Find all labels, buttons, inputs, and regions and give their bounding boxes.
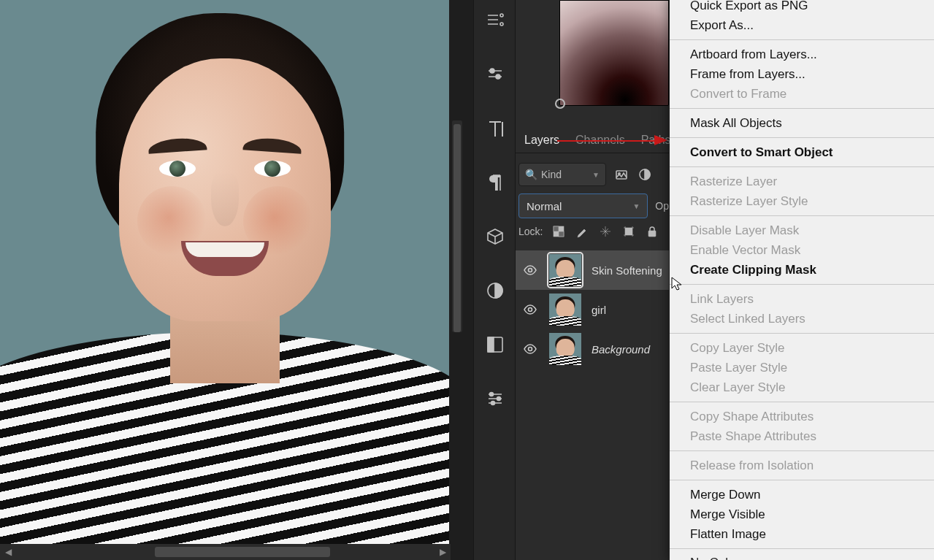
svg-point-19	[529, 308, 532, 312]
menu-frame-from-layers[interactable]: Frame from Layers...	[670, 64, 934, 84]
svg-point-0	[500, 14, 503, 17]
menu-paste-layer-style: Paste Layer Style	[670, 358, 934, 377]
menu-separator	[670, 137, 934, 138]
scroll-thumb[interactable]	[155, 547, 330, 557]
svg-point-3	[496, 74, 500, 79]
menu-export-as[interactable]: Export As...	[670, 15, 934, 35]
vertical-scrollbar[interactable]	[452, 120, 462, 332]
lock-all-icon[interactable]	[645, 224, 659, 239]
menu-merge-visible[interactable]: Merge Visible	[670, 505, 934, 524]
scroll-right-arrow-icon[interactable]: ▶	[435, 544, 451, 560]
chevron-down-icon: ▼	[592, 171, 600, 179]
scroll-left-arrow-icon[interactable]: ◀	[0, 544, 16, 560]
menu-mask-all-objects[interactable]: Mask All Objects	[670, 113, 934, 133]
menu-disable-layer-mask: Disable Layer Mask	[670, 220, 934, 240]
menu-flatten-image[interactable]: Flatten Image	[670, 524, 934, 544]
menu-no-color[interactable]: No Color ▼	[670, 553, 934, 560]
lock-transparency-icon[interactable]	[551, 224, 566, 239]
menu-artboard-from-layers[interactable]: Artboard from Layers...	[670, 45, 934, 64]
svg-rect-15	[559, 231, 564, 237]
layer-name[interactable]: Skin Softening	[592, 264, 662, 277]
menu-convert-to-smart-object[interactable]: Convert to Smart Object	[670, 142, 934, 162]
svg-point-18	[529, 269, 532, 272]
menu-separator	[670, 548, 934, 549]
layer-name[interactable]: Background	[592, 343, 650, 356]
svg-point-7	[490, 393, 494, 396]
menu-separator	[670, 284, 934, 285]
layer-thumbnail[interactable]	[549, 294, 581, 326]
blend-mode-row: Normal ▼ Op	[518, 193, 669, 218]
menu-rasterize-layer: Rasterize Layer	[670, 172, 934, 191]
paragraph-icon[interactable]	[474, 162, 516, 203]
text-tool-icon[interactable]	[474, 108, 516, 149]
visibility-eye-icon[interactable]	[521, 340, 539, 358]
menu-merge-down[interactable]: Merge Down	[670, 485, 934, 505]
menu-copy-layer-style: Copy Layer Style	[670, 338, 934, 358]
blend-mode-value: Normal	[527, 200, 562, 212]
layer-thumbnail[interactable]	[549, 333, 581, 365]
lock-row: Lock:	[518, 224, 669, 239]
menu-enable-vector-mask: Enable Vector Mask	[670, 240, 934, 260]
brush-presets-icon[interactable]	[474, 0, 516, 41]
svg-rect-16	[625, 228, 632, 235]
svg-point-9	[491, 402, 495, 405]
filter-adjustment-icon[interactable]	[637, 166, 653, 183]
layer-name[interactable]: girl	[592, 304, 606, 316]
menu-convert-to-frame: Convert to Frame	[670, 84, 934, 104]
svg-point-8	[497, 397, 501, 401]
svg-point-2	[490, 69, 494, 73]
svg-rect-17	[648, 231, 656, 237]
document-canvas[interactable]	[0, 0, 449, 544]
brush-settings-icon[interactable]	[474, 54, 516, 95]
menu-release-from-isolation: Release from Isolation	[670, 456, 934, 475]
horizontal-scrollbar[interactable]: ◀ ▶	[0, 544, 451, 560]
color-sample-ring-icon	[555, 99, 565, 109]
layer-row-skin-softening[interactable]: Skin Softening	[516, 250, 669, 290]
menu-separator	[670, 333, 934, 334]
svg-point-1	[500, 23, 503, 26]
visibility-eye-icon[interactable]	[521, 301, 539, 318]
svg-rect-14	[554, 226, 559, 231]
menu-no-color-label: No Color	[690, 556, 739, 560]
chevron-down-icon: ▼	[632, 202, 640, 210]
layer-kind-filter[interactable]: 🔍 Kind ▼	[518, 163, 606, 186]
menu-create-clipping-mask[interactable]: Create Clipping Mask	[670, 260, 934, 280]
contrast-circle-icon[interactable]	[474, 270, 516, 311]
svg-rect-6	[488, 337, 494, 352]
layer-thumbnail[interactable]	[549, 254, 581, 286]
cube-3d-icon[interactable]	[474, 216, 516, 257]
menu-separator	[670, 215, 934, 216]
menu-quick-export-png[interactable]: Quick Export as PNG	[670, 0, 934, 15]
adjustments-icon[interactable]	[474, 378, 516, 419]
annotation-arrow-head-icon	[654, 135, 667, 145]
lock-position-icon[interactable]	[598, 224, 613, 239]
menu-separator	[670, 402, 934, 402]
layer-row-girl[interactable]: girl	[516, 290, 669, 329]
tab-layers[interactable]: Layers	[524, 134, 559, 147]
menu-clear-layer-style: Clear Layer Style	[670, 377, 934, 397]
portrait-image	[0, 0, 449, 544]
menu-separator	[670, 480, 934, 480]
layer-filter-row: 🔍 Kind ▼	[518, 163, 669, 186]
layer-row-background[interactable]: Background	[516, 329, 669, 369]
visibility-eye-icon[interactable]	[521, 261, 539, 279]
lock-paint-icon[interactable]	[575, 224, 589, 239]
scroll-thumb-vertical[interactable]	[453, 124, 461, 332]
menu-select-linked-layers: Select Linked Layers	[670, 309, 934, 329]
menu-link-layers: Link Layers	[670, 289, 934, 309]
menu-copy-shape-attributes: Copy Shape Attributes	[670, 407, 934, 426]
menu-separator	[670, 166, 934, 167]
layer-comp-icon[interactable]	[474, 324, 516, 365]
menu-separator	[670, 108, 934, 109]
menu-separator	[670, 39, 934, 40]
panel-tool-strip	[473, 0, 516, 560]
blend-mode-select[interactable]: Normal ▼	[518, 193, 648, 218]
color-picker-preview[interactable]	[559, 0, 669, 106]
scroll-track[interactable]	[16, 546, 435, 558]
search-icon: 🔍	[525, 169, 537, 180]
opacity-label: Op	[655, 200, 669, 212]
filter-image-icon[interactable]	[613, 166, 629, 183]
layers-list: Skin Softening girl Background	[516, 250, 669, 369]
kind-label: Kind	[541, 169, 562, 180]
lock-artboard-icon[interactable]	[621, 224, 636, 239]
